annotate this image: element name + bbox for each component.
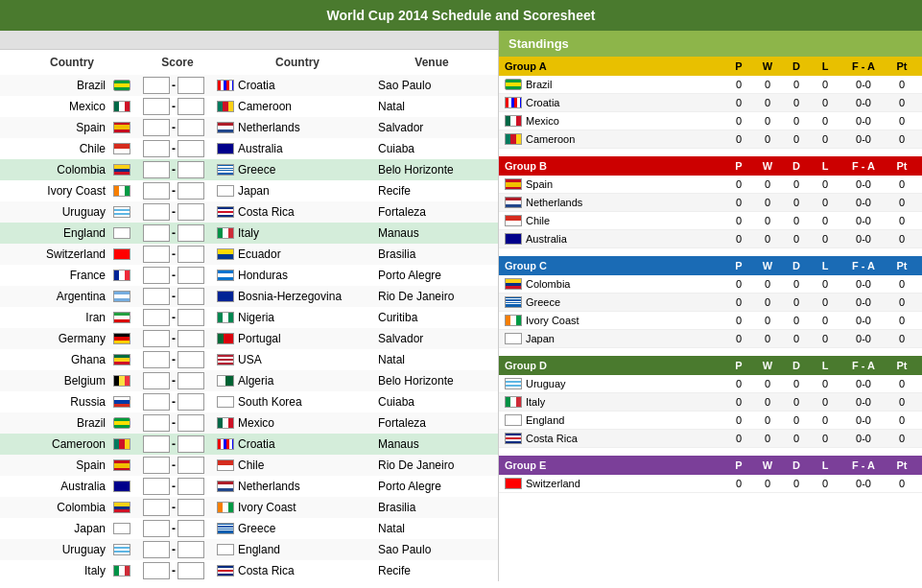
- match-row[interactable]: Colombia - Ivory Coast Brasilia: [0, 497, 498, 518]
- match-row[interactable]: Ivory Coast - Japan Recife: [0, 180, 498, 201]
- home-score-box[interactable]: [143, 562, 170, 579]
- match-row[interactable]: Chile - Australia Cuiaba: [0, 138, 498, 159]
- away-score-box[interactable]: [177, 203, 204, 221]
- match-row[interactable]: England - Italy Manaus: [0, 223, 498, 244]
- home-score-box[interactable]: [143, 351, 170, 368]
- match-row[interactable]: Spain - Netherlands Salvador: [0, 117, 498, 138]
- match-row[interactable]: Cameroon - Croatia Manaus: [0, 434, 498, 455]
- home-score-box[interactable]: [143, 119, 170, 136]
- score-cell[interactable]: -: [130, 393, 217, 411]
- match-row[interactable]: Colombia - Greece Belo Horizonte: [0, 159, 498, 180]
- score-cell[interactable]: -: [130, 435, 217, 453]
- home-score-box[interactable]: [143, 309, 170, 326]
- home-score-box[interactable]: [143, 435, 170, 453]
- away-score-box[interactable]: [177, 288, 204, 305]
- away-score-box[interactable]: [177, 98, 204, 115]
- match-row[interactable]: Germany - Portugal Salvador: [0, 328, 498, 349]
- away-score-box[interactable]: [177, 520, 204, 537]
- away-score-box[interactable]: [177, 119, 204, 136]
- score-cell[interactable]: -: [130, 541, 217, 558]
- away-score-box[interactable]: [177, 182, 204, 200]
- standings-team: England: [505, 414, 724, 426]
- away-score-box[interactable]: [177, 351, 204, 368]
- match-list[interactable]: Brazil - Croatia Sao Paulo Mexico - Came…: [0, 75, 498, 581]
- away-score-box[interactable]: [177, 161, 204, 178]
- away-score-box[interactable]: [177, 499, 204, 516]
- match-row[interactable]: Mexico - Cameroon Natal: [0, 96, 498, 117]
- match-row[interactable]: Russia - South Korea Cuiaba: [0, 391, 498, 412]
- score-cell[interactable]: -: [130, 140, 217, 157]
- standings-content[interactable]: Group A P W D L F - A Pt Brazil 0 0 0 0 …: [499, 57, 922, 501]
- home-score-box[interactable]: [143, 246, 170, 263]
- score-cell[interactable]: -: [130, 499, 217, 516]
- away-score-box[interactable]: [177, 541, 204, 558]
- match-row[interactable]: Belgium - Algeria Belo Horizonte: [0, 370, 498, 391]
- away-score-box[interactable]: [177, 457, 204, 474]
- score-cell[interactable]: -: [130, 351, 217, 368]
- home-score-box[interactable]: [143, 372, 170, 389]
- home-score-box[interactable]: [143, 457, 170, 474]
- home-score-box[interactable]: [143, 330, 170, 347]
- match-row[interactable]: Argentina - Bosnia-Herzegovina Rio De Ja…: [0, 286, 498, 307]
- score-cell[interactable]: -: [130, 288, 217, 305]
- home-score-box[interactable]: [143, 77, 170, 94]
- match-row[interactable]: Spain - Chile Rio De Janeiro: [0, 455, 498, 476]
- score-cell[interactable]: -: [130, 309, 217, 326]
- score-cell[interactable]: -: [130, 161, 217, 178]
- away-score-box[interactable]: [177, 309, 204, 326]
- match-row[interactable]: Brazil - Mexico Fortaleza: [0, 412, 498, 434]
- home-score-box[interactable]: [143, 140, 170, 157]
- score-cell[interactable]: -: [130, 457, 217, 474]
- score-cell[interactable]: -: [130, 330, 217, 347]
- away-score-box[interactable]: [177, 140, 204, 157]
- home-score-box[interactable]: [143, 499, 170, 516]
- away-score-box[interactable]: [177, 478, 204, 495]
- match-row[interactable]: Switzerland - Ecuador Brasilia: [0, 244, 498, 265]
- score-cell[interactable]: -: [130, 224, 217, 242]
- home-score-box[interactable]: [143, 267, 170, 284]
- match-row[interactable]: Uruguay - England Sao Paulo: [0, 539, 498, 560]
- score-cell[interactable]: -: [130, 520, 217, 537]
- score-cell[interactable]: -: [130, 98, 217, 115]
- match-row[interactable]: Japan - Greece Natal: [0, 518, 498, 539]
- score-cell[interactable]: -: [130, 372, 217, 389]
- match-row[interactable]: France - Honduras Porto Alegre: [0, 265, 498, 286]
- away-score-box[interactable]: [177, 435, 204, 453]
- home-score-box[interactable]: [143, 182, 170, 200]
- score-cell[interactable]: -: [130, 77, 217, 94]
- away-score-box[interactable]: [177, 267, 204, 284]
- home-score-box[interactable]: [143, 224, 170, 242]
- score-cell[interactable]: -: [130, 246, 217, 263]
- score-cell[interactable]: -: [130, 414, 217, 432]
- home-score-box[interactable]: [143, 478, 170, 495]
- away-score-box[interactable]: [177, 224, 204, 242]
- match-row[interactable]: Uruguay - Costa Rica Fortaleza: [0, 201, 498, 223]
- home-score-box[interactable]: [143, 203, 170, 221]
- away-score-box[interactable]: [177, 246, 204, 263]
- score-cell[interactable]: -: [130, 119, 217, 136]
- away-score-box[interactable]: [177, 414, 204, 432]
- home-score-box[interactable]: [143, 414, 170, 432]
- score-cell[interactable]: -: [130, 203, 217, 221]
- score-cell[interactable]: -: [130, 478, 217, 495]
- home-score-box[interactable]: [143, 161, 170, 178]
- away-score-box[interactable]: [177, 330, 204, 347]
- home-score-box[interactable]: [143, 98, 170, 115]
- match-row[interactable]: Australia - Netherlands Porto Alegre: [0, 476, 498, 497]
- away-score-box[interactable]: [177, 393, 204, 411]
- home-score-box[interactable]: [143, 541, 170, 558]
- away-score-box[interactable]: [177, 77, 204, 94]
- scrollbar-area[interactable]: [0, 31, 498, 50]
- away-score-box[interactable]: [177, 372, 204, 389]
- home-score-box[interactable]: [143, 393, 170, 411]
- match-row[interactable]: Italy - Costa Rica Recife: [0, 560, 498, 581]
- score-cell[interactable]: -: [130, 562, 217, 579]
- home-score-box[interactable]: [143, 288, 170, 305]
- score-cell[interactable]: -: [130, 182, 217, 200]
- away-score-box[interactable]: [177, 562, 204, 579]
- match-row[interactable]: Brazil - Croatia Sao Paulo: [0, 75, 498, 96]
- match-row[interactable]: Iran - Nigeria Curitiba: [0, 307, 498, 328]
- score-cell[interactable]: -: [130, 267, 217, 284]
- match-row[interactable]: Ghana - USA Natal: [0, 349, 498, 370]
- home-score-box[interactable]: [143, 520, 170, 537]
